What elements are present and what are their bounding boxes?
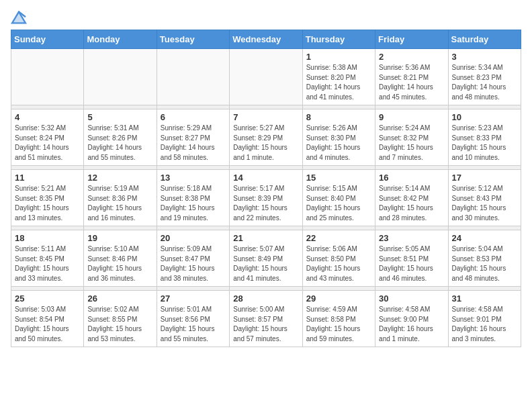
calendar-day: 29Sunrise: 4:59 AM Sunset: 8:58 PM Dayli… [302,291,375,347]
day-info: Sunrise: 5:09 AM Sunset: 8:47 PM Dayligh… [161,244,226,283]
day-number: 23 [379,233,444,243]
calendar-table: SundayMondayTuesdayWednesdayThursdayFrid… [11,30,521,347]
calendar-week-row: 11Sunrise: 5:21 AM Sunset: 8:35 PM Dayli… [11,170,521,226]
calendar-day: 8Sunrise: 5:26 AM Sunset: 8:30 PM Daylig… [302,109,375,166]
day-number: 14 [233,173,298,183]
day-number: 16 [379,173,444,183]
day-number: 10 [452,112,517,122]
calendar-day: 25Sunrise: 5:03 AM Sunset: 8:54 PM Dayli… [11,291,84,347]
calendar-day: 12Sunrise: 5:19 AM Sunset: 8:36 PM Dayli… [84,170,157,226]
calendar-day: 2Sunrise: 5:36 AM Sunset: 8:21 PM Daylig… [375,49,448,105]
calendar-day: 30Sunrise: 4:58 AM Sunset: 9:00 PM Dayli… [375,291,448,347]
day-number: 28 [233,293,298,304]
calendar-day: 16Sunrise: 5:14 AM Sunset: 8:42 PM Dayli… [375,170,448,226]
day-number: 8 [306,112,371,122]
calendar-day: 23Sunrise: 5:05 AM Sunset: 8:51 PM Dayli… [375,230,448,287]
calendar-day: 22Sunrise: 5:06 AM Sunset: 8:50 PM Dayli… [302,230,375,287]
day-info: Sunrise: 5:29 AM Sunset: 8:27 PM Dayligh… [161,124,226,163]
day-header-tuesday: Tuesday [157,30,229,49]
calendar-day: 31Sunrise: 4:58 AM Sunset: 9:01 PM Dayli… [448,291,521,347]
day-number: 9 [379,112,444,122]
calendar-week-row: 4Sunrise: 5:32 AM Sunset: 8:24 PM Daylig… [11,109,521,166]
logo [11,11,30,24]
day-info: Sunrise: 5:26 AM Sunset: 8:30 PM Dayligh… [306,124,371,163]
day-info: Sunrise: 5:10 AM Sunset: 8:46 PM Dayligh… [87,244,152,283]
page-header [11,11,521,24]
calendar-day: 20Sunrise: 5:09 AM Sunset: 8:47 PM Dayli… [157,230,229,287]
day-info: Sunrise: 5:06 AM Sunset: 8:50 PM Dayligh… [306,244,371,283]
day-header-monday: Monday [84,30,157,49]
day-header-saturday: Saturday [448,30,521,49]
calendar-day: 14Sunrise: 5:17 AM Sunset: 8:39 PM Dayli… [230,170,302,226]
calendar-day: 21Sunrise: 5:07 AM Sunset: 8:49 PM Dayli… [230,230,302,287]
svg-marker-1 [12,12,26,24]
day-header-friday: Friday [375,30,448,49]
day-header-thursday: Thursday [302,30,375,49]
day-number: 22 [306,233,371,243]
calendar-day: 3Sunrise: 5:34 AM Sunset: 8:23 PM Daylig… [448,49,521,105]
day-info: Sunrise: 5:24 AM Sunset: 8:32 PM Dayligh… [379,124,444,163]
day-info: Sunrise: 5:27 AM Sunset: 8:29 PM Dayligh… [233,124,298,163]
calendar-week-row: 25Sunrise: 5:03 AM Sunset: 8:54 PM Dayli… [11,291,521,347]
calendar-week-row: 1Sunrise: 5:38 AM Sunset: 8:20 PM Daylig… [11,49,521,105]
calendar-day: 15Sunrise: 5:15 AM Sunset: 8:40 PM Dayli… [302,170,375,226]
calendar-day: 19Sunrise: 5:10 AM Sunset: 8:46 PM Dayli… [84,230,157,287]
day-info: Sunrise: 5:07 AM Sunset: 8:49 PM Dayligh… [233,244,298,283]
day-info: Sunrise: 5:32 AM Sunset: 8:24 PM Dayligh… [15,124,80,163]
day-info: Sunrise: 5:14 AM Sunset: 8:42 PM Dayligh… [379,184,444,223]
calendar-day: 7Sunrise: 5:27 AM Sunset: 8:29 PM Daylig… [230,109,302,166]
calendar-day: 6Sunrise: 5:29 AM Sunset: 8:27 PM Daylig… [157,109,229,166]
day-number: 2 [379,52,444,62]
day-number: 29 [306,293,371,304]
day-info: Sunrise: 5:18 AM Sunset: 8:38 PM Dayligh… [161,184,226,223]
day-info: Sunrise: 5:36 AM Sunset: 8:21 PM Dayligh… [379,63,444,102]
calendar-day: 13Sunrise: 5:18 AM Sunset: 8:38 PM Dayli… [157,170,229,226]
day-info: Sunrise: 5:11 AM Sunset: 8:45 PM Dayligh… [15,244,80,283]
day-number: 4 [15,112,80,122]
day-number: 5 [87,112,152,122]
day-number: 27 [161,293,226,304]
calendar-day [157,49,229,105]
day-info: Sunrise: 5:04 AM Sunset: 8:53 PM Dayligh… [452,244,517,283]
calendar-day: 4Sunrise: 5:32 AM Sunset: 8:24 PM Daylig… [11,109,84,166]
calendar-header-row: SundayMondayTuesdayWednesdayThursdayFrid… [11,30,521,49]
day-info: Sunrise: 5:02 AM Sunset: 8:55 PM Dayligh… [87,305,152,344]
logo-icon [11,11,27,24]
day-info: Sunrise: 5:12 AM Sunset: 8:43 PM Dayligh… [452,184,517,223]
day-info: Sunrise: 4:58 AM Sunset: 9:00 PM Dayligh… [379,305,444,344]
calendar-day: 26Sunrise: 5:02 AM Sunset: 8:55 PM Dayli… [84,291,157,347]
day-number: 25 [15,293,80,304]
day-number: 30 [379,293,444,304]
day-info: Sunrise: 5:19 AM Sunset: 8:36 PM Dayligh… [87,184,152,223]
day-info: Sunrise: 5:01 AM Sunset: 8:56 PM Dayligh… [161,305,226,344]
calendar-day: 24Sunrise: 5:04 AM Sunset: 8:53 PM Dayli… [448,230,521,287]
day-number: 17 [452,173,517,183]
calendar-day: 28Sunrise: 5:00 AM Sunset: 8:57 PM Dayli… [230,291,302,347]
day-number: 3 [452,52,517,62]
day-info: Sunrise: 5:17 AM Sunset: 8:39 PM Dayligh… [233,184,298,223]
calendar-day: 27Sunrise: 5:01 AM Sunset: 8:56 PM Dayli… [157,291,229,347]
calendar-day: 1Sunrise: 5:38 AM Sunset: 8:20 PM Daylig… [302,49,375,105]
day-info: Sunrise: 5:23 AM Sunset: 8:33 PM Dayligh… [452,124,517,163]
day-info: Sunrise: 5:15 AM Sunset: 8:40 PM Dayligh… [306,184,371,223]
day-number: 20 [161,233,226,243]
calendar-day: 9Sunrise: 5:24 AM Sunset: 8:32 PM Daylig… [375,109,448,166]
calendar-day: 11Sunrise: 5:21 AM Sunset: 8:35 PM Dayli… [11,170,84,226]
day-number: 24 [452,233,517,243]
calendar-day: 18Sunrise: 5:11 AM Sunset: 8:45 PM Dayli… [11,230,84,287]
day-number: 11 [15,173,80,183]
day-number: 7 [233,112,298,122]
day-number: 15 [306,173,371,183]
day-info: Sunrise: 5:34 AM Sunset: 8:23 PM Dayligh… [452,63,517,102]
day-number: 12 [87,173,152,183]
day-number: 6 [161,112,226,122]
calendar-day: 10Sunrise: 5:23 AM Sunset: 8:33 PM Dayli… [448,109,521,166]
calendar-day [230,49,302,105]
day-info: Sunrise: 5:03 AM Sunset: 8:54 PM Dayligh… [15,305,80,344]
day-number: 19 [87,233,152,243]
day-info: Sunrise: 5:05 AM Sunset: 8:51 PM Dayligh… [379,244,444,283]
day-info: Sunrise: 5:21 AM Sunset: 8:35 PM Dayligh… [15,184,80,223]
day-info: Sunrise: 4:58 AM Sunset: 9:01 PM Dayligh… [452,305,517,344]
day-header-wednesday: Wednesday [230,30,302,49]
day-number: 31 [452,293,517,304]
